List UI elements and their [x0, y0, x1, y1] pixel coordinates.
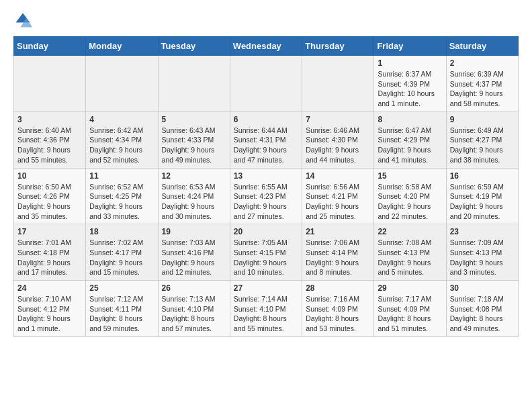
day-info: Sunrise: 7:08 AM Sunset: 4:13 PM Dayligh… [378, 238, 442, 277]
day-info: Sunrise: 6:56 AM Sunset: 4:21 PM Dayligh… [306, 182, 370, 222]
calendar-cell [158, 56, 230, 112]
day-info: Sunrise: 7:13 AM Sunset: 4:10 PM Dayligh… [162, 294, 226, 334]
day-number: 11 [89, 171, 154, 181]
day-number: 19 [162, 227, 226, 236]
day-number: 16 [450, 171, 515, 181]
day-info: Sunrise: 6:58 AM Sunset: 4:20 PM Dayligh… [378, 182, 442, 222]
day-info: Sunrise: 6:37 AM Sunset: 4:39 PM Dayligh… [378, 69, 442, 109]
day-number: 1 [378, 58, 442, 68]
day-number: 27 [234, 283, 298, 293]
day-info: Sunrise: 6:52 AM Sunset: 4:25 PM Dayligh… [89, 182, 154, 222]
calendar-cell: 16Sunrise: 6:59 AM Sunset: 4:19 PM Dayli… [446, 168, 518, 224]
calendar-cell: 7Sunrise: 6:46 AM Sunset: 4:30 PM Daylig… [302, 111, 374, 168]
day-info: Sunrise: 6:49 AM Sunset: 4:27 PM Dayligh… [450, 126, 515, 165]
day-number: 30 [450, 283, 515, 293]
day-info: Sunrise: 6:39 AM Sunset: 4:37 PM Dayligh… [450, 69, 515, 109]
calendar-cell: 10Sunrise: 6:50 AM Sunset: 4:26 PM Dayli… [14, 168, 86, 224]
day-info: Sunrise: 6:46 AM Sunset: 4:30 PM Dayligh… [306, 126, 370, 165]
calendar-cell: 9Sunrise: 6:49 AM Sunset: 4:27 PM Daylig… [446, 111, 518, 168]
day-info: Sunrise: 6:40 AM Sunset: 4:36 PM Dayligh… [17, 126, 82, 165]
page: SundayMondayTuesdayWednesdayThursdayFrid… [0, 0, 532, 351]
day-info: Sunrise: 6:44 AM Sunset: 4:31 PM Dayligh… [234, 126, 298, 165]
calendar-cell: 8Sunrise: 6:47 AM Sunset: 4:29 PM Daylig… [374, 111, 446, 168]
logo [13, 11, 35, 30]
day-info: Sunrise: 6:47 AM Sunset: 4:29 PM Dayligh… [378, 126, 442, 165]
weekday-header: Sunday [14, 37, 86, 56]
day-info: Sunrise: 6:53 AM Sunset: 4:24 PM Dayligh… [162, 182, 226, 222]
calendar-cell [230, 56, 302, 112]
day-number: 13 [234, 171, 298, 181]
calendar-cell: 4Sunrise: 6:42 AM Sunset: 4:34 PM Daylig… [86, 111, 158, 168]
day-info: Sunrise: 6:50 AM Sunset: 4:26 PM Dayligh… [17, 182, 82, 222]
weekday-header: Tuesday [158, 37, 230, 56]
day-number: 3 [17, 115, 82, 124]
calendar-cell: 6Sunrise: 6:44 AM Sunset: 4:31 PM Daylig… [230, 111, 302, 168]
day-number: 17 [17, 227, 82, 236]
day-number: 23 [450, 227, 515, 236]
day-info: Sunrise: 7:14 AM Sunset: 4:10 PM Dayligh… [234, 294, 298, 334]
calendar-cell: 13Sunrise: 6:55 AM Sunset: 4:23 PM Dayli… [230, 168, 302, 224]
calendar-body: 1Sunrise: 6:37 AM Sunset: 4:39 PM Daylig… [14, 56, 519, 337]
calendar-cell: 12Sunrise: 6:53 AM Sunset: 4:24 PM Dayli… [158, 168, 230, 224]
header-row: SundayMondayTuesdayWednesdayThursdayFrid… [14, 37, 519, 56]
day-info: Sunrise: 7:05 AM Sunset: 4:15 PM Dayligh… [234, 238, 298, 277]
calendar-week-row: 17Sunrise: 7:01 AM Sunset: 4:18 PM Dayli… [14, 224, 519, 281]
day-number: 24 [17, 283, 82, 293]
calendar-cell: 3Sunrise: 6:40 AM Sunset: 4:36 PM Daylig… [14, 111, 86, 168]
day-number: 14 [306, 171, 370, 181]
calendar-cell: 14Sunrise: 6:56 AM Sunset: 4:21 PM Dayli… [302, 168, 374, 224]
day-number: 8 [378, 115, 442, 124]
calendar-cell [14, 56, 86, 112]
calendar-cell: 17Sunrise: 7:01 AM Sunset: 4:18 PM Dayli… [14, 224, 86, 281]
day-number: 15 [378, 171, 442, 181]
day-number: 10 [17, 171, 82, 181]
day-number: 28 [306, 283, 370, 293]
calendar-cell: 21Sunrise: 7:06 AM Sunset: 4:14 PM Dayli… [302, 224, 374, 281]
calendar-cell: 29Sunrise: 7:17 AM Sunset: 4:09 PM Dayli… [374, 281, 446, 337]
logo-icon [13, 11, 32, 30]
day-number: 12 [162, 171, 226, 181]
calendar-cell: 1Sunrise: 6:37 AM Sunset: 4:39 PM Daylig… [374, 56, 446, 112]
day-info: Sunrise: 7:12 AM Sunset: 4:11 PM Dayligh… [89, 294, 154, 334]
day-info: Sunrise: 6:59 AM Sunset: 4:19 PM Dayligh… [450, 182, 515, 222]
day-info: Sunrise: 7:16 AM Sunset: 4:09 PM Dayligh… [306, 294, 370, 334]
day-info: Sunrise: 7:10 AM Sunset: 4:12 PM Dayligh… [17, 294, 82, 334]
day-number: 18 [89, 227, 154, 236]
calendar-cell: 20Sunrise: 7:05 AM Sunset: 4:15 PM Dayli… [230, 224, 302, 281]
day-info: Sunrise: 6:55 AM Sunset: 4:23 PM Dayligh… [234, 182, 298, 222]
calendar-cell [86, 56, 158, 112]
calendar-cell: 24Sunrise: 7:10 AM Sunset: 4:12 PM Dayli… [14, 281, 86, 337]
day-number: 5 [162, 115, 226, 124]
calendar-cell: 30Sunrise: 7:18 AM Sunset: 4:08 PM Dayli… [446, 281, 518, 337]
day-number: 4 [89, 115, 154, 124]
day-info: Sunrise: 7:06 AM Sunset: 4:14 PM Dayligh… [306, 238, 370, 277]
calendar-cell: 19Sunrise: 7:03 AM Sunset: 4:16 PM Dayli… [158, 224, 230, 281]
calendar-week-row: 24Sunrise: 7:10 AM Sunset: 4:12 PM Dayli… [14, 281, 519, 337]
weekday-header: Friday [374, 37, 446, 56]
day-info: Sunrise: 7:18 AM Sunset: 4:08 PM Dayligh… [450, 294, 515, 334]
calendar-cell: 28Sunrise: 7:16 AM Sunset: 4:09 PM Dayli… [302, 281, 374, 337]
calendar-cell: 11Sunrise: 6:52 AM Sunset: 4:25 PM Dayli… [86, 168, 158, 224]
weekday-header: Monday [86, 37, 158, 56]
day-info: Sunrise: 7:01 AM Sunset: 4:18 PM Dayligh… [17, 238, 82, 277]
calendar-week-row: 10Sunrise: 6:50 AM Sunset: 4:26 PM Dayli… [14, 168, 519, 224]
header [13, 11, 519, 30]
weekday-header: Saturday [446, 37, 518, 56]
calendar-cell: 27Sunrise: 7:14 AM Sunset: 4:10 PM Dayli… [230, 281, 302, 337]
calendar-week-row: 1Sunrise: 6:37 AM Sunset: 4:39 PM Daylig… [14, 56, 519, 112]
day-number: 22 [378, 227, 442, 236]
day-number: 20 [234, 227, 298, 236]
calendar-cell [302, 56, 374, 112]
calendar-week-row: 3Sunrise: 6:40 AM Sunset: 4:36 PM Daylig… [14, 111, 519, 168]
day-number: 25 [89, 283, 154, 293]
weekday-header: Wednesday [230, 37, 302, 56]
day-number: 7 [306, 115, 370, 124]
day-number: 2 [450, 58, 515, 68]
day-number: 21 [306, 227, 370, 236]
day-number: 26 [162, 283, 226, 293]
calendar-cell: 5Sunrise: 6:43 AM Sunset: 4:33 PM Daylig… [158, 111, 230, 168]
weekday-header: Thursday [302, 37, 374, 56]
calendar-cell: 25Sunrise: 7:12 AM Sunset: 4:11 PM Dayli… [86, 281, 158, 337]
day-number: 6 [234, 115, 298, 124]
day-number: 29 [378, 283, 442, 293]
